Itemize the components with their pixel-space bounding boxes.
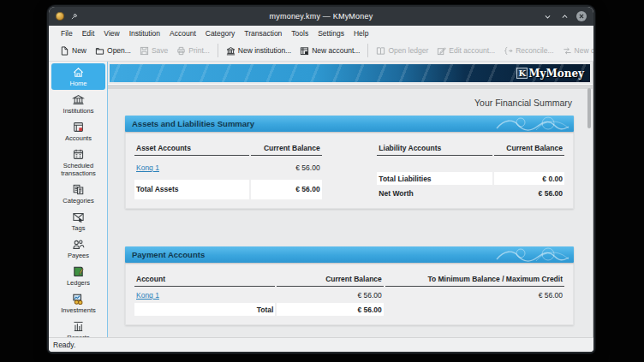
open-button[interactable]: Open...	[91, 45, 135, 57]
accounts-icon	[72, 121, 85, 134]
flourish-decoration-icon	[493, 116, 572, 132]
account-balance-cell: € 56.00	[277, 288, 384, 301]
titlebar[interactable]: mymoney.kmy — KMyMoney	[49, 7, 593, 26]
total-value-cell: € 56.00	[251, 180, 321, 200]
toolbar: New Open... Save Print... New institutio…	[49, 40, 593, 62]
maximize-button[interactable]	[559, 11, 570, 22]
edit-account-button[interactable]: Edit account...	[432, 45, 499, 57]
assets-liabilities-section: Assets and Liabilities Summary Asset A	[125, 116, 574, 209]
payees-icon	[72, 238, 85, 251]
asset-accounts-table: Asset Accounts Current Balance Konq 1 € …	[133, 140, 324, 201]
spacer-row	[377, 157, 564, 170]
menu-account[interactable]: Account	[165, 28, 200, 39]
menu-transaction[interactable]: Transaction	[240, 28, 286, 39]
reports-icon	[72, 320, 85, 333]
calendar-icon	[72, 148, 85, 161]
reconcile-button[interactable]: Reconcile...	[499, 45, 558, 57]
window-title: mymoney.kmy — KMyMoney	[158, 12, 484, 21]
table-header-row: Liability Accounts Current Balance	[377, 142, 564, 156]
sidebar-item-home[interactable]: Home	[51, 63, 105, 90]
menu-category[interactable]: Category	[201, 28, 240, 39]
minimize-button[interactable]	[542, 11, 553, 22]
new-credit-transfer-button[interactable]: New credit transfer	[558, 45, 593, 57]
column-header: To Minimum Balance / Maximum Credit	[385, 273, 564, 287]
sidebar-item-investments[interactable]: Investments	[51, 290, 105, 317]
sidebar-item-reports[interactable]: Reports	[51, 317, 105, 337]
status-text: Ready.	[53, 341, 75, 349]
scrollbar-thumb[interactable]	[587, 88, 591, 128]
table-header-row: Asset Accounts Current Balance	[134, 142, 322, 156]
transfer-icon	[563, 46, 572, 56]
menu-help[interactable]: Help	[349, 28, 373, 39]
sidebar-item-ledgers[interactable]: Ledgers	[51, 263, 105, 289]
account-name-cell: Konq 1	[134, 157, 249, 178]
net-worth-row: Net Worth € 56.00	[377, 187, 564, 199]
total-label-cell: Total	[134, 303, 275, 316]
sidebar-item-categories[interactable]: Categories	[51, 181, 105, 207]
sidebar-item-accounts[interactable]: Accounts	[51, 118, 105, 145]
home-view: KMyMoney Your Financial Summary Assets a…	[108, 62, 593, 337]
table-gap	[324, 140, 376, 201]
account-name-cell: Konq 1	[134, 288, 275, 301]
close-icon	[579, 14, 584, 19]
min-max-cell: € 56.00	[385, 288, 564, 301]
liability-accounts-table: Liability Accounts Current Balance Total…	[375, 140, 566, 201]
account-balance-cell: € 56.00	[251, 157, 321, 178]
net-worth-label-cell: Net Worth	[377, 187, 492, 199]
kmymoney-logo: KMyMoney	[516, 68, 584, 79]
print-button[interactable]: Print...	[172, 45, 214, 57]
total-liabilities-row: Total Liabilities € 0.00	[377, 172, 564, 185]
menu-file[interactable]: File	[57, 28, 77, 39]
new-button[interactable]: New	[56, 45, 91, 57]
payment-accounts-section: Payment Accounts Account Current Balance	[125, 246, 574, 325]
categories-icon	[72, 183, 85, 196]
close-button[interactable]	[576, 11, 587, 21]
kmymoney-app-icon	[56, 12, 64, 21]
new-document-icon	[60, 46, 69, 56]
column-header: Current Balance	[277, 273, 384, 287]
save-button[interactable]: Save	[135, 45, 172, 57]
tags-icon	[72, 211, 85, 223]
sidebar-item-scheduled-transactions[interactable]: Scheduled transactions	[51, 145, 105, 180]
titlebar-left	[56, 9, 158, 24]
total-label-cell: Total Liabilities	[377, 172, 492, 185]
total-value-cell: € 0.00	[494, 172, 564, 185]
total-assets-row: Total Assets € 56.00	[134, 180, 322, 200]
open-ledger-button[interactable]: Open ledger	[372, 45, 432, 57]
edit-icon	[437, 46, 446, 56]
total-label-cell: Total Assets	[134, 180, 249, 200]
new-account-button[interactable]: New account...	[295, 45, 364, 57]
payment-accounts-header: Payment Accounts	[125, 246, 574, 263]
menu-settings[interactable]: Settings	[313, 28, 349, 39]
sidebar-item-tags[interactable]: Tags	[51, 208, 105, 234]
column-header: Account	[134, 273, 275, 287]
total-row: Total € 56.00	[134, 303, 564, 316]
sidebar-item-institutions[interactable]: Institutions	[51, 91, 105, 117]
new-account-icon	[300, 46, 309, 56]
menu-tools[interactable]: Tools	[287, 28, 313, 39]
menu-institution[interactable]: Institution	[125, 28, 164, 39]
payment-accounts-body: Account Current Balance To Minimum Balan…	[125, 263, 574, 325]
home-icon	[72, 66, 85, 79]
column-header: Liability Accounts	[377, 142, 492, 156]
pin-icon[interactable]	[70, 9, 78, 24]
toolbar-separator	[218, 44, 218, 57]
bank-icon	[72, 93, 85, 106]
main-area: Home Institutions Accounts Scheduled tra…	[49, 62, 593, 337]
reconcile-icon	[504, 46, 513, 56]
menu-view[interactable]: View	[99, 28, 123, 39]
payment-accounts-table: Account Current Balance To Minimum Balan…	[133, 271, 566, 317]
toolbar-separator	[367, 44, 368, 57]
menu-edit[interactable]: Edit	[78, 28, 99, 39]
table-row: Konq 1 € 56.00 € 56.00	[134, 288, 564, 301]
vertical-scrollbar[interactable]	[587, 86, 591, 325]
account-link-konq1[interactable]: Konq 1	[136, 291, 159, 300]
new-institution-button[interactable]: New institution...	[222, 45, 295, 57]
page-title: Your Financial Summary	[108, 89, 593, 116]
account-link-konq1[interactable]: Konq 1	[136, 163, 159, 172]
statusbar: Ready.	[49, 337, 593, 352]
save-icon	[140, 46, 149, 56]
empty-cell	[385, 303, 564, 316]
sidebar-item-payees[interactable]: Payees	[51, 235, 105, 262]
ledger-icon	[376, 46, 385, 56]
